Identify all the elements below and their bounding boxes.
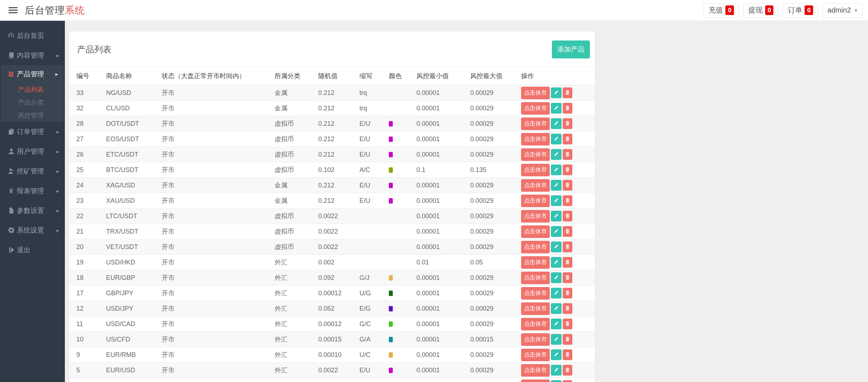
abbr-cell: E/U: [357, 193, 386, 209]
close-market-button[interactable]: 点击休市: [521, 118, 550, 130]
edit-button[interactable]: [551, 180, 562, 191]
sidebar-item-user[interactable]: 用户管理▸: [0, 142, 65, 161]
trash-icon: [565, 244, 570, 250]
sidebar-item-report[interactable]: ¥报表管理▸: [0, 181, 65, 201]
edit-button[interactable]: [551, 380, 562, 382]
delete-button[interactable]: [563, 87, 572, 98]
edit-button[interactable]: [551, 288, 562, 299]
edit-button[interactable]: [551, 272, 562, 283]
edit-button[interactable]: [551, 319, 562, 329]
delete-button[interactable]: [563, 365, 572, 376]
close-market-button[interactable]: 点击休市: [521, 225, 550, 238]
status-cell: 开市: [159, 101, 272, 116]
delete-button[interactable]: [563, 118, 572, 129]
risk-max-cell: 0.00029: [467, 378, 518, 382]
edit-button[interactable]: [551, 134, 562, 144]
sidebar-item-system[interactable]: 系统设置▸: [0, 220, 65, 240]
close-market-button[interactable]: 点击休市: [521, 195, 550, 207]
sidebar-subitem-risk-control[interactable]: 风控管理: [1, 109, 64, 122]
edit-button[interactable]: [551, 149, 562, 160]
add-product-button[interactable]: 添加产品: [552, 40, 590, 58]
close-market-button[interactable]: 点击休市: [521, 256, 550, 269]
edit-button[interactable]: [551, 226, 562, 237]
close-market-button[interactable]: 点击休市: [521, 302, 550, 315]
delete-button[interactable]: [563, 242, 572, 252]
close-market-button[interactable]: 点击休市: [521, 349, 550, 361]
close-market-button[interactable]: 点击休市: [521, 241, 550, 253]
stat-withdraw[interactable]: 提现0: [743, 3, 778, 18]
risk-min-cell: 0.00001: [414, 270, 467, 286]
color-swatch: [389, 121, 393, 126]
close-market-button[interactable]: 点击休市: [521, 333, 550, 346]
close-market-button[interactable]: 点击休市: [521, 364, 550, 377]
delete-button[interactable]: [563, 195, 572, 206]
delete-button[interactable]: [563, 380, 572, 382]
delete-button[interactable]: [563, 180, 572, 191]
delete-button[interactable]: [563, 272, 572, 283]
close-market-button[interactable]: 点击休市: [521, 179, 550, 192]
delete-button[interactable]: [563, 319, 572, 329]
sidebar-item-order[interactable]: 订单管理▸: [0, 122, 65, 142]
edit-button[interactable]: [551, 164, 562, 175]
column-header: 缩写: [357, 67, 386, 85]
color-cell: [386, 147, 414, 162]
close-market-button[interactable]: 点击休市: [521, 287, 550, 300]
stat-recharge[interactable]: 充值0: [704, 3, 739, 18]
abbr-cell: trq: [357, 85, 386, 101]
sidebar-subitem-product-list[interactable]: 产品列表: [1, 83, 64, 96]
product-name-cell: DOT/USDT: [103, 116, 159, 132]
delete-button[interactable]: [563, 103, 572, 114]
delete-button[interactable]: [563, 226, 572, 237]
close-market-button[interactable]: 点击休市: [521, 210, 550, 223]
close-market-button[interactable]: 点击休市: [521, 133, 550, 145]
sidebar-item-product[interactable]: Ƀ产品管理▸: [1, 65, 64, 83]
delete-button[interactable]: [563, 334, 572, 345]
edit-button[interactable]: [551, 257, 562, 268]
edit-button[interactable]: [551, 365, 562, 376]
sidebar-item-label: 挖矿管理: [17, 167, 44, 176]
actions-cell: 点击休市: [518, 347, 595, 363]
sidebar-item-mining[interactable]: 挖矿管理▸: [0, 161, 65, 181]
close-market-button[interactable]: 点击休市: [521, 318, 550, 330]
product-id-cell: 17: [69, 286, 103, 301]
edit-button[interactable]: [551, 349, 562, 360]
trash-icon: [565, 367, 570, 373]
sidebar-item-label: 用户管理: [17, 147, 44, 156]
delete-button[interactable]: [563, 149, 572, 160]
close-market-button[interactable]: 点击休市: [521, 379, 550, 382]
sidebar-item-params[interactable]: 参数设置▸: [0, 201, 65, 220]
close-market-button[interactable]: 点击休市: [521, 272, 550, 284]
edit-button[interactable]: [551, 334, 562, 345]
delete-button[interactable]: [563, 349, 572, 360]
close-market-button[interactable]: 点击休市: [521, 87, 550, 99]
delete-button[interactable]: [563, 134, 572, 144]
delete-button[interactable]: [563, 211, 572, 221]
color-swatch: [389, 291, 393, 296]
user-menu[interactable]: admin2 ▾: [822, 3, 862, 18]
edit-button[interactable]: [551, 103, 562, 114]
trash-icon: [565, 352, 570, 358]
edit-button[interactable]: [551, 195, 562, 206]
topbar-actions: 充值0提现0订单0 admin2 ▾: [704, 3, 862, 18]
product-id-cell: 4: [69, 378, 103, 382]
delete-button[interactable]: [563, 303, 572, 314]
stat-orders[interactable]: 订单0: [783, 3, 818, 18]
edit-button[interactable]: [551, 118, 562, 129]
delete-button[interactable]: [563, 164, 572, 175]
sidebar-item-logout[interactable]: 退出: [0, 240, 65, 260]
sidebar-subitem-product-category[interactable]: 产品分类: [1, 96, 64, 109]
close-market-button[interactable]: 点击休市: [521, 102, 550, 115]
sidebar-item-home[interactable]: 后台首页: [0, 26, 65, 46]
edit-button[interactable]: [551, 87, 562, 98]
edit-button[interactable]: [551, 211, 562, 221]
close-market-button[interactable]: 点击休市: [521, 148, 550, 161]
edit-button[interactable]: [551, 242, 562, 252]
status-cell: 开市: [159, 332, 272, 347]
edit-button[interactable]: [551, 303, 562, 314]
delete-button[interactable]: [563, 257, 572, 268]
menu-toggle-icon[interactable]: [9, 7, 18, 13]
delete-button[interactable]: [563, 288, 572, 299]
sidebar-item-content[interactable]: 内容管理▸: [0, 46, 65, 65]
status-cell: 开市: [159, 378, 272, 382]
close-market-button[interactable]: 点击休市: [521, 164, 550, 176]
